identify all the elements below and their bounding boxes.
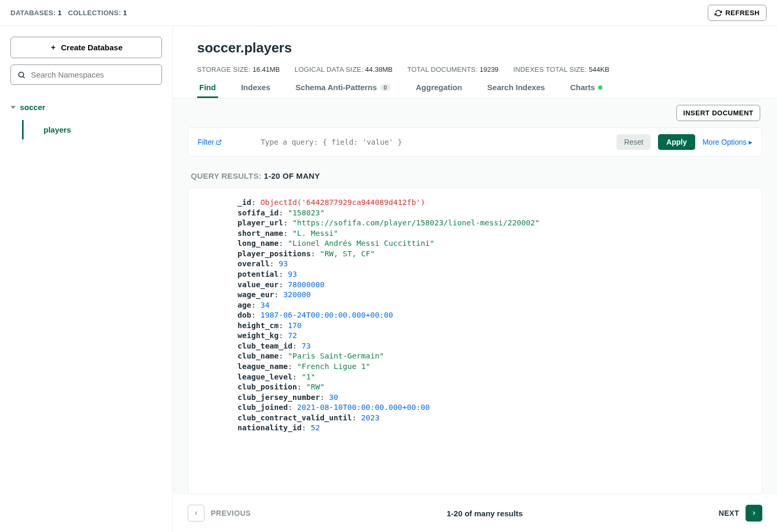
document-field-row: league_level: "1" (238, 372, 752, 383)
more-options-link[interactable]: More Options ▸ (703, 138, 752, 146)
tab-aggregation[interactable]: Aggregation (414, 83, 464, 98)
document-field-row: age: 34 (238, 300, 752, 311)
pager-center-label: 1-20 of many results (447, 509, 523, 518)
schema-badge: 0 (380, 84, 391, 91)
caret-down-icon (10, 106, 16, 109)
document-field-row: club_position: "RW" (238, 382, 752, 393)
topbar-stats: DATABASES: 1 COLLECTIONS: 1 (10, 9, 127, 17)
collection-item-players[interactable]: players (22, 120, 162, 139)
filter-link[interactable]: Filter (198, 138, 222, 146)
caret-right-icon: ▸ (749, 138, 752, 146)
document-field-row: height_cm: 170 (238, 321, 752, 331)
query-input[interactable] (261, 138, 609, 146)
refresh-label: REFRESH (725, 9, 760, 17)
tab-find[interactable]: Find (197, 83, 218, 98)
plus-icon (50, 44, 57, 51)
query-results-label: QUERY RESULTS: 1-20 OF MANY (191, 171, 762, 180)
tab-charts[interactable]: Charts (568, 83, 605, 98)
document-field-row: club_team_id: 73 (238, 341, 752, 352)
create-database-label: Create Database (61, 43, 123, 52)
svg-point-2 (19, 72, 24, 77)
insert-document-button[interactable]: INSERT DOCUMENT (676, 105, 760, 121)
previous-label: PREVIOUS (211, 509, 251, 517)
document-card[interactable]: _id: ObjectId('6442877929ca944089d412fb'… (188, 188, 762, 494)
next-label: NEXT (719, 509, 739, 517)
database-name: soccer (20, 103, 45, 112)
refresh-icon (715, 9, 722, 17)
previous-button[interactable] (188, 505, 204, 522)
refresh-button[interactable]: REFRESH (708, 5, 767, 21)
tab-search-indexes[interactable]: Search Indexes (485, 83, 547, 98)
reset-button[interactable]: Reset (617, 134, 651, 150)
document-field-row: wage_eur: 320000 (238, 290, 752, 300)
search-namespaces-wrap[interactable] (10, 64, 162, 85)
document-field-row: weight_kg: 72 (238, 331, 752, 341)
document-field-row: overall: 93 (238, 259, 752, 269)
external-link-icon (216, 139, 222, 145)
chevron-left-icon (193, 510, 199, 516)
svg-line-4 (219, 140, 221, 143)
document-field-row: _id: ObjectId('6442877929ca944089d412fb'… (238, 198, 752, 208)
svg-line-3 (23, 77, 25, 78)
collection-title: soccer.players (197, 40, 753, 56)
create-database-button[interactable]: Create Database (10, 37, 162, 58)
document-field-row: value_eur: 78000000 (238, 280, 752, 290)
databases-count: 1 (58, 9, 62, 17)
collections-label: COLLECTIONS: (68, 9, 121, 17)
document-field-row: dob: 1987-06-24T00:00:00.000+00:00 (238, 310, 752, 321)
document-field-row: club_contract_valid_until: 2023 (238, 413, 752, 424)
search-namespaces-input[interactable] (31, 70, 155, 79)
document-field-row: club_name: "Paris Saint-Germain" (238, 351, 752, 362)
apply-button[interactable]: Apply (658, 134, 695, 150)
collection-name: players (44, 125, 71, 134)
chevron-right-icon (751, 510, 757, 516)
document-field-row: potential: 93 (238, 269, 752, 280)
green-dot-icon (598, 85, 602, 90)
document-field-row: club_joined: 2021-08-10T00:00:00.000+00:… (238, 403, 752, 413)
tab-schema-anti-patterns[interactable]: Schema Anti-Patterns 0 (294, 83, 393, 98)
document-field-row: league_name: "French Ligue 1" (238, 362, 752, 372)
search-icon (17, 71, 26, 79)
databases-label: DATABASES: (10, 9, 56, 17)
tab-indexes[interactable]: Indexes (239, 83, 273, 98)
document-field-row: short_name: "L. Messi" (238, 229, 752, 239)
document-field-row: club_jersey_number: 30 (238, 393, 752, 403)
document-field-row: player_url: "https://sofifa.com/player/1… (238, 218, 752, 229)
database-item-soccer[interactable]: soccer (10, 100, 162, 115)
collections-count: 1 (123, 9, 127, 17)
document-field-row: nationality_id: 52 (238, 423, 752, 433)
document-field-row: sofifa_id: "158023" (238, 208, 752, 219)
collection-stats: STORAGE SIZE: 16.41MB LOGICAL DATA SIZE:… (197, 66, 753, 73)
next-button[interactable] (746, 505, 762, 522)
document-field-row: player_positions: "RW, ST, CF" (238, 249, 752, 259)
document-field-row: long_name: "Lionel Andrés Messi Cuccitti… (238, 238, 752, 249)
